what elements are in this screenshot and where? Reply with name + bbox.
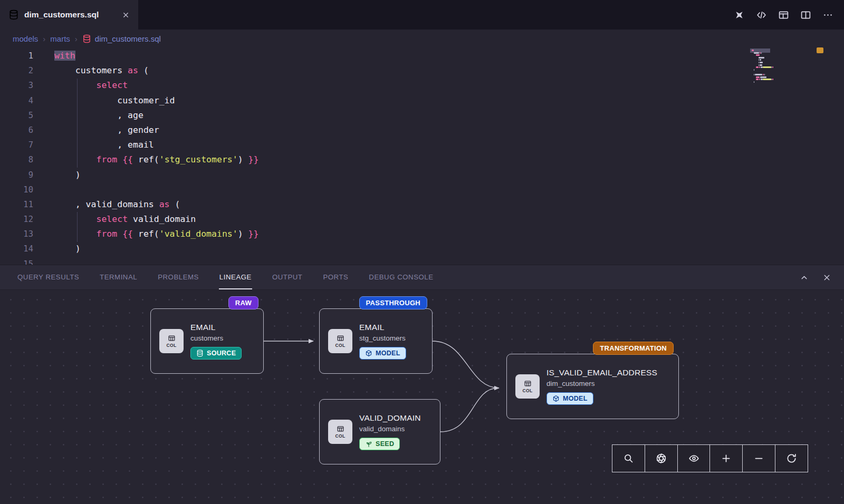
code-button[interactable]	[756, 9, 767, 21]
database-icon	[8, 9, 19, 20]
collapse-panel-button[interactable]	[800, 273, 809, 282]
close-tab-icon[interactable]	[122, 11, 130, 19]
code-line[interactable]: 2 customers as (	[0, 63, 844, 78]
column-type-icon: COL	[328, 420, 352, 444]
code-line[interactable]: 12 select valid_domain	[0, 212, 844, 227]
zoom-out-button[interactable]	[743, 445, 775, 472]
indent-guide	[77, 212, 78, 242]
code-editor[interactable]: 1with2 customers as (3 select4 customer_…	[0, 47, 844, 265]
raw-tag: RAW	[228, 296, 258, 309]
panel-tab-problems[interactable]: PROBLEMS	[157, 265, 199, 289]
code-line[interactable]: 5 , age	[0, 108, 844, 123]
breadcrumb-item-models[interactable]: models	[13, 34, 38, 43]
code-line[interactable]: 3 select	[0, 78, 844, 93]
lineage-node-customers[interactable]: RAWCOLEMAILcustomersSOURCE	[150, 308, 264, 374]
code-line[interactable]: 11 , valid_domains as (	[0, 197, 844, 212]
code-text: with	[54, 49, 75, 63]
code-text: customers as (	[54, 63, 149, 78]
refresh-button[interactable]	[775, 445, 808, 472]
line-number: 8	[0, 152, 33, 167]
chevron-up-icon	[800, 273, 809, 282]
star-x-icon	[734, 9, 745, 21]
line-number: 12	[0, 212, 33, 227]
eye-icon	[688, 453, 699, 464]
breadcrumb-item-marts[interactable]: marts	[50, 34, 70, 43]
panel-tab-ports[interactable]: PORTS	[322, 265, 349, 289]
line-number: 15	[0, 257, 33, 265]
model-badge: MODEL	[546, 392, 593, 405]
passthrough-tag: PASSTHROUGH	[359, 296, 427, 309]
more-icon	[822, 9, 833, 21]
editor-actions	[734, 0, 844, 30]
code-text: select valid_domain	[54, 212, 196, 227]
close-icon	[122, 11, 130, 19]
node-subtitle: stg_customers	[359, 334, 406, 342]
code-line[interactable]: 15	[0, 257, 844, 265]
code-line[interactable]: 10	[0, 182, 844, 197]
code-line[interactable]: 8 from {{ ref('stg_customers') }}	[0, 152, 844, 167]
lineage-canvas[interactable]: RAWCOLEMAILcustomersSOURCEPASSTHROUGHCOL…	[0, 290, 844, 504]
code-line[interactable]: 1with	[0, 49, 844, 63]
x-star-button[interactable]	[734, 9, 745, 21]
panel-tab-lineage[interactable]: LINEAGE	[219, 265, 252, 289]
node-title: IS_VALID_EMAIL_ADDRESS	[546, 368, 657, 377]
column-icon-label: COL	[335, 433, 345, 439]
panel-tab-debug-console[interactable]: DEBUG CONSOLE	[368, 265, 434, 289]
transformation-tag: TRANSFORMATION	[593, 342, 674, 355]
lineage-node-stg_customers[interactable]: PASSTHROUGHCOLEMAILstg_customersMODEL	[319, 308, 433, 374]
zoom-in-button[interactable]	[710, 445, 743, 472]
panel-tab-terminal[interactable]: TERMINAL	[99, 265, 138, 289]
line-number: 5	[0, 108, 33, 123]
node-subtitle: dim_customers	[546, 380, 657, 387]
code-text: , age	[54, 108, 143, 123]
package-icon	[365, 350, 372, 357]
lineage-node-valid_domains[interactable]: COLVALID_DOMAINvalid_domainsSEED	[319, 399, 440, 464]
panel-tabs: QUERY RESULTSTERMINALPROBLEMSLINEAGEOUTP…	[17, 265, 454, 289]
code-text: , valid_domains as (	[54, 197, 180, 212]
lineage-node-dim_customers[interactable]: TRANSFORMATIONCOLIS_VALID_EMAIL_ADDRESSd…	[506, 354, 679, 419]
visibility-button[interactable]	[678, 445, 711, 472]
breadcrumb-separator: ›	[43, 34, 45, 43]
code-line[interactable]: 7 , email	[0, 138, 844, 152]
search-icon	[623, 453, 634, 464]
code-text: from {{ ref('valid_domains') }}	[54, 227, 258, 241]
node-title: VALID_DOMAIN	[359, 413, 421, 423]
node-title: EMAIL	[190, 323, 242, 332]
code-line[interactable]: 13 from {{ ref('valid_domains') }}	[0, 227, 844, 241]
code-line[interactable]: 4 customer_id	[0, 93, 844, 108]
lineage-toolbar	[612, 444, 808, 472]
line-number: 3	[0, 78, 33, 93]
overview-ruler-marker	[817, 47, 823, 53]
node-subtitle: valid_domains	[359, 425, 421, 433]
tab-dim-customers-sql[interactable]: dim_customers.sql	[0, 0, 138, 30]
minimap[interactable]	[752, 50, 808, 86]
panel-tab-output[interactable]: OUTPUT	[272, 265, 303, 289]
column-type-icon: COL	[328, 329, 352, 353]
search-button[interactable]	[612, 445, 645, 472]
panel-tab-strip: QUERY RESULTSTERMINALPROBLEMSLINEAGEOUTP…	[0, 265, 844, 290]
panel-button[interactable]	[778, 9, 789, 21]
more-actions-button[interactable]	[822, 9, 833, 21]
code-text: )	[54, 168, 81, 182]
code-text: , gender	[54, 123, 159, 138]
line-number: 13	[0, 227, 33, 241]
breadcrumb: models›marts›dim_customers.sql	[0, 30, 844, 47]
aperture-button[interactable]	[645, 445, 678, 472]
seedling-icon	[365, 440, 372, 448]
split-editor-icon	[800, 9, 811, 21]
close-panel-button[interactable]	[822, 273, 831, 282]
split-editor-button[interactable]	[800, 9, 811, 21]
code-line[interactable]: 6 , gender	[0, 123, 844, 138]
code-text: select	[54, 78, 128, 93]
code-line[interactable]: 14 )	[0, 241, 844, 256]
code-line[interactable]: 9 )	[0, 168, 844, 182]
indent-guide	[77, 79, 78, 168]
table-icon	[167, 334, 177, 342]
model-badge: MODEL	[359, 347, 406, 360]
panel-tab-query-results[interactable]: QUERY RESULTS	[17, 265, 80, 289]
ide-window: dim_customers.sql models›marts›dim_custo…	[0, 0, 844, 504]
node-subtitle: customers	[190, 334, 242, 342]
breadcrumb-item-dim-customers-sql[interactable]: dim_customers.sql	[82, 34, 161, 43]
line-number: 14	[0, 241, 33, 256]
panel-actions	[800, 265, 844, 289]
